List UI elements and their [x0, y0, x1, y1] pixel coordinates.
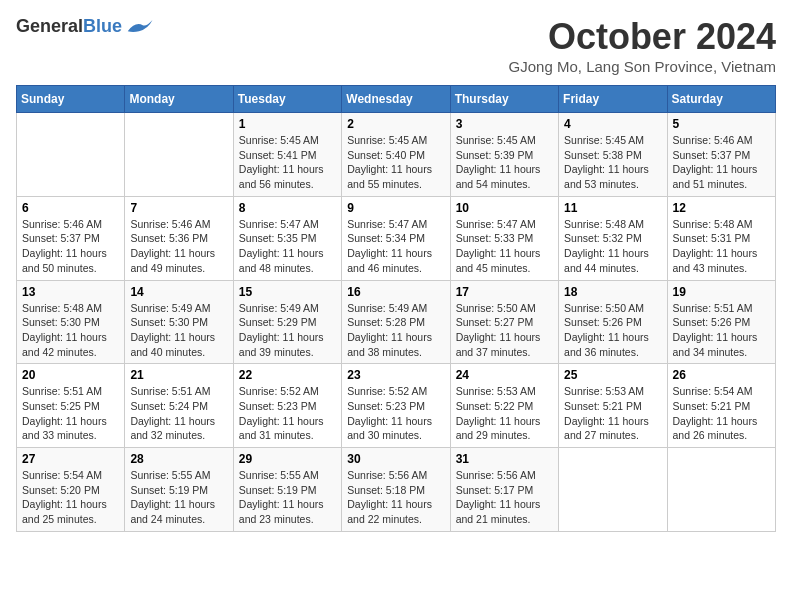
header-cell-tuesday: Tuesday [233, 86, 341, 113]
calendar-header: SundayMondayTuesdayWednesdayThursdayFrid… [17, 86, 776, 113]
day-number: 19 [673, 285, 770, 299]
day-info: Sunrise: 5:48 AMSunset: 5:30 PMDaylight:… [22, 301, 119, 360]
day-cell: 24Sunrise: 5:53 AMSunset: 5:22 PMDayligh… [450, 364, 558, 448]
day-number: 4 [564, 117, 661, 131]
day-number: 11 [564, 201, 661, 215]
day-number: 30 [347, 452, 444, 466]
header-cell-saturday: Saturday [667, 86, 775, 113]
day-number: 16 [347, 285, 444, 299]
day-cell [667, 448, 775, 532]
day-cell: 20Sunrise: 5:51 AMSunset: 5:25 PMDayligh… [17, 364, 125, 448]
day-info: Sunrise: 5:51 AMSunset: 5:26 PMDaylight:… [673, 301, 770, 360]
day-cell: 23Sunrise: 5:52 AMSunset: 5:23 PMDayligh… [342, 364, 450, 448]
day-number: 23 [347, 368, 444, 382]
day-number: 3 [456, 117, 553, 131]
day-number: 17 [456, 285, 553, 299]
day-info: Sunrise: 5:45 AMSunset: 5:38 PMDaylight:… [564, 133, 661, 192]
calendar-body: 1Sunrise: 5:45 AMSunset: 5:41 PMDaylight… [17, 113, 776, 532]
day-cell: 21Sunrise: 5:51 AMSunset: 5:24 PMDayligh… [125, 364, 233, 448]
day-info: Sunrise: 5:55 AMSunset: 5:19 PMDaylight:… [239, 468, 336, 527]
day-cell: 13Sunrise: 5:48 AMSunset: 5:30 PMDayligh… [17, 280, 125, 364]
day-info: Sunrise: 5:45 AMSunset: 5:40 PMDaylight:… [347, 133, 444, 192]
header-cell-monday: Monday [125, 86, 233, 113]
day-cell: 22Sunrise: 5:52 AMSunset: 5:23 PMDayligh… [233, 364, 341, 448]
week-row-3: 13Sunrise: 5:48 AMSunset: 5:30 PMDayligh… [17, 280, 776, 364]
day-info: Sunrise: 5:45 AMSunset: 5:41 PMDaylight:… [239, 133, 336, 192]
header-cell-thursday: Thursday [450, 86, 558, 113]
day-cell: 29Sunrise: 5:55 AMSunset: 5:19 PMDayligh… [233, 448, 341, 532]
week-row-5: 27Sunrise: 5:54 AMSunset: 5:20 PMDayligh… [17, 448, 776, 532]
day-number: 6 [22, 201, 119, 215]
day-number: 14 [130, 285, 227, 299]
day-info: Sunrise: 5:47 AMSunset: 5:35 PMDaylight:… [239, 217, 336, 276]
day-info: Sunrise: 5:52 AMSunset: 5:23 PMDaylight:… [239, 384, 336, 443]
day-number: 27 [22, 452, 119, 466]
month-title: October 2024 [509, 16, 776, 58]
day-info: Sunrise: 5:48 AMSunset: 5:31 PMDaylight:… [673, 217, 770, 276]
logo-text: GeneralBlue [16, 16, 122, 37]
logo-bird-icon [124, 17, 154, 37]
day-cell: 1Sunrise: 5:45 AMSunset: 5:41 PMDaylight… [233, 113, 341, 197]
day-number: 25 [564, 368, 661, 382]
day-cell: 16Sunrise: 5:49 AMSunset: 5:28 PMDayligh… [342, 280, 450, 364]
day-info: Sunrise: 5:56 AMSunset: 5:18 PMDaylight:… [347, 468, 444, 527]
day-cell: 10Sunrise: 5:47 AMSunset: 5:33 PMDayligh… [450, 196, 558, 280]
logo-blue: Blue [83, 16, 122, 36]
day-cell: 2Sunrise: 5:45 AMSunset: 5:40 PMDaylight… [342, 113, 450, 197]
day-cell: 8Sunrise: 5:47 AMSunset: 5:35 PMDaylight… [233, 196, 341, 280]
week-row-4: 20Sunrise: 5:51 AMSunset: 5:25 PMDayligh… [17, 364, 776, 448]
day-number: 18 [564, 285, 661, 299]
day-cell: 14Sunrise: 5:49 AMSunset: 5:30 PMDayligh… [125, 280, 233, 364]
location-title: GJong Mo, Lang Son Province, Vietnam [509, 58, 776, 75]
day-info: Sunrise: 5:46 AMSunset: 5:37 PMDaylight:… [22, 217, 119, 276]
day-number: 2 [347, 117, 444, 131]
day-info: Sunrise: 5:51 AMSunset: 5:25 PMDaylight:… [22, 384, 119, 443]
header-cell-friday: Friday [559, 86, 667, 113]
day-info: Sunrise: 5:46 AMSunset: 5:37 PMDaylight:… [673, 133, 770, 192]
day-cell: 30Sunrise: 5:56 AMSunset: 5:18 PMDayligh… [342, 448, 450, 532]
day-cell: 18Sunrise: 5:50 AMSunset: 5:26 PMDayligh… [559, 280, 667, 364]
day-info: Sunrise: 5:49 AMSunset: 5:29 PMDaylight:… [239, 301, 336, 360]
logo-general: General [16, 16, 83, 36]
day-cell: 28Sunrise: 5:55 AMSunset: 5:19 PMDayligh… [125, 448, 233, 532]
day-cell: 4Sunrise: 5:45 AMSunset: 5:38 PMDaylight… [559, 113, 667, 197]
day-info: Sunrise: 5:53 AMSunset: 5:22 PMDaylight:… [456, 384, 553, 443]
day-info: Sunrise: 5:54 AMSunset: 5:20 PMDaylight:… [22, 468, 119, 527]
week-row-1: 1Sunrise: 5:45 AMSunset: 5:41 PMDaylight… [17, 113, 776, 197]
day-number: 24 [456, 368, 553, 382]
day-info: Sunrise: 5:48 AMSunset: 5:32 PMDaylight:… [564, 217, 661, 276]
day-number: 8 [239, 201, 336, 215]
day-number: 7 [130, 201, 227, 215]
day-number: 12 [673, 201, 770, 215]
day-number: 15 [239, 285, 336, 299]
day-info: Sunrise: 5:54 AMSunset: 5:21 PMDaylight:… [673, 384, 770, 443]
day-number: 29 [239, 452, 336, 466]
day-info: Sunrise: 5:55 AMSunset: 5:19 PMDaylight:… [130, 468, 227, 527]
day-number: 21 [130, 368, 227, 382]
day-cell: 25Sunrise: 5:53 AMSunset: 5:21 PMDayligh… [559, 364, 667, 448]
calendar-table: SundayMondayTuesdayWednesdayThursdayFrid… [16, 85, 776, 532]
day-number: 22 [239, 368, 336, 382]
day-info: Sunrise: 5:45 AMSunset: 5:39 PMDaylight:… [456, 133, 553, 192]
day-info: Sunrise: 5:53 AMSunset: 5:21 PMDaylight:… [564, 384, 661, 443]
day-number: 10 [456, 201, 553, 215]
day-cell: 19Sunrise: 5:51 AMSunset: 5:26 PMDayligh… [667, 280, 775, 364]
day-cell [559, 448, 667, 532]
day-cell: 31Sunrise: 5:56 AMSunset: 5:17 PMDayligh… [450, 448, 558, 532]
day-number: 31 [456, 452, 553, 466]
day-info: Sunrise: 5:50 AMSunset: 5:27 PMDaylight:… [456, 301, 553, 360]
day-cell: 15Sunrise: 5:49 AMSunset: 5:29 PMDayligh… [233, 280, 341, 364]
day-info: Sunrise: 5:47 AMSunset: 5:34 PMDaylight:… [347, 217, 444, 276]
week-row-2: 6Sunrise: 5:46 AMSunset: 5:37 PMDaylight… [17, 196, 776, 280]
day-cell [17, 113, 125, 197]
day-number: 13 [22, 285, 119, 299]
day-number: 9 [347, 201, 444, 215]
header-cell-wednesday: Wednesday [342, 86, 450, 113]
day-info: Sunrise: 5:56 AMSunset: 5:17 PMDaylight:… [456, 468, 553, 527]
day-number: 28 [130, 452, 227, 466]
logo: GeneralBlue [16, 16, 154, 37]
day-number: 5 [673, 117, 770, 131]
day-number: 26 [673, 368, 770, 382]
title-area: October 2024 GJong Mo, Lang Son Province… [509, 16, 776, 75]
day-cell: 7Sunrise: 5:46 AMSunset: 5:36 PMDaylight… [125, 196, 233, 280]
